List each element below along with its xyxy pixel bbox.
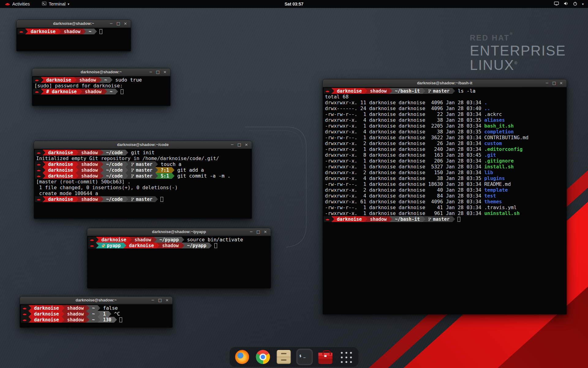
minimize-button[interactable]: − (150, 297, 156, 304)
minimize-button[interactable]: − (229, 141, 235, 148)
brand-line1: RED HAT (470, 33, 510, 42)
terminal-content[interactable]: darknoiseshadow~/codegit initInitialized… (34, 149, 252, 219)
output-line: create mode 100644 a (35, 190, 251, 196)
prompt-segment-path: ~/bash-it (392, 88, 422, 94)
output-line: drwxrwxr-x. 2 darknoise darknoise 150 Ja… (324, 170, 566, 175)
maximize-button[interactable]: □ (551, 80, 557, 86)
chrome-icon[interactable] (256, 350, 270, 364)
window-titlebar[interactable]: darknoise@shadow:~/bash-it − □ × (323, 79, 567, 87)
minimize-button[interactable]: − (544, 80, 550, 86)
close-button[interactable]: × (123, 20, 128, 27)
system-status-area[interactable]: ▾ (554, 2, 585, 7)
powerline-separator (154, 237, 156, 243)
powerline-separator (86, 317, 89, 323)
terminal-content[interactable]: darknoiseshadow~sudo true[sudo] password… (32, 76, 170, 106)
firefox-icon[interactable] (235, 350, 249, 364)
maximize-button[interactable]: □ (157, 297, 163, 304)
maximize-button[interactable]: □ (255, 228, 261, 235)
powerline-separator (41, 77, 43, 83)
output-line: 1 file changed, 0 insertions(+), 0 delet… (35, 185, 251, 190)
window-titlebar[interactable]: darknoise@shadow:~/pyapp − □ × (87, 228, 271, 236)
file-name: .travis.yml (484, 205, 517, 210)
prompt-segment-user: darknoise (45, 161, 76, 167)
minimize-button[interactable]: − (148, 69, 154, 75)
prompt-segment-hat (21, 305, 28, 311)
redhat-icon (90, 244, 94, 247)
prompt-line: darknoiseshadow~/pyappsource bin/activat… (88, 237, 270, 243)
show-apps-icon[interactable] (339, 350, 353, 364)
prompt-segment-hat (35, 150, 43, 155)
activities-button[interactable]: Activities (3, 0, 32, 8)
terminal-icon[interactable] (298, 350, 312, 364)
output-line: drwxrwxr-x. 11 darknoise darknoise 4096 … (324, 100, 566, 105)
close-button[interactable]: × (243, 141, 249, 148)
clock[interactable]: Sat 03:57 (285, 2, 303, 6)
app-menu-terminal[interactable]: Terminal ▾ (40, 0, 71, 8)
close-button[interactable]: × (262, 228, 268, 235)
terminal-content[interactable]: darknoiseshadow~/pyappsource bin/activat… (87, 236, 271, 288)
prompt-line: darknoiseshadow~sudo true (33, 77, 170, 83)
output-line: drwxrwxr-x. 8 darknoise darknoise 163 Ja… (324, 152, 566, 158)
prompt-segment-user: darknoise (334, 88, 364, 94)
minimize-button[interactable]: − (248, 228, 254, 235)
powerline-separator (98, 305, 100, 311)
file-meta: -rw-rw-r--. 1 darknoise darknoise 18630 … (324, 181, 484, 187)
terminal-window: darknoise@shadow:~/bash-it − □ × darknoi… (322, 79, 567, 315)
prompt-segment-user: darknoise (31, 311, 62, 317)
output-line: drwx------. 24 darknoise darknoise 4096 … (324, 105, 566, 111)
output-text: 1 file changed, 0 insertions(+), 0 delet… (35, 185, 178, 190)
prompt-segment-stg: S:1 (158, 173, 172, 179)
git-branch-icon (131, 174, 134, 178)
minimize-button[interactable]: − (108, 20, 114, 27)
prompt-segment-hat (324, 88, 331, 94)
file-meta: -rwxrwxr-x. 1 darknoise darknoise 961 Ja… (324, 210, 484, 216)
toolbox-icon[interactable] (318, 350, 333, 364)
files-icon[interactable] (277, 350, 291, 364)
close-button[interactable]: × (164, 297, 170, 304)
terminal-content[interactable]: darknoiseshadow~falsedarknoiseshadow~1^C… (20, 304, 172, 328)
prompt-segment-user: darknoise (43, 77, 74, 83)
window-titlebar[interactable]: darknoise@shadow:~ − □ × (32, 68, 170, 76)
output-line: total 68 (324, 94, 566, 100)
window-title: darknoise@shadow:~/code (34, 142, 252, 147)
powerline-separator (155, 196, 158, 202)
prompt-segment-host: shadow (78, 167, 100, 173)
powerline-separator (104, 89, 107, 94)
powerline-separator (389, 216, 392, 222)
prompt-segment-path: ~/pyapp (156, 237, 181, 243)
window-titlebar[interactable]: darknoise@shadow:~/code − □ × (34, 141, 252, 148)
redhat-icon (37, 163, 41, 166)
powerline-separator (96, 237, 99, 243)
powerline-separator (156, 243, 159, 248)
maximize-button[interactable]: □ (115, 20, 121, 27)
output-text: Initialized empty Git repository in /hom… (35, 155, 219, 161)
prompt-segment-path: ~/code (103, 196, 125, 202)
close-button[interactable]: × (162, 69, 168, 75)
dock (230, 347, 359, 367)
powerline-separator (126, 173, 128, 179)
terminal-cursor (458, 217, 460, 222)
powerline-separator (109, 311, 111, 317)
window-titlebar[interactable]: darknoise@shadow:~ − □ × (20, 297, 172, 304)
powerline-separator (76, 150, 78, 155)
powerline-separator (28, 317, 31, 323)
powerline-separator (110, 77, 113, 83)
redhat-icon (23, 312, 27, 315)
maximize-button[interactable]: □ (236, 141, 242, 148)
powerline-separator (100, 161, 103, 167)
prompt-segment-hat (35, 173, 43, 179)
prompt-segment-user: darknoise (45, 167, 76, 173)
terminal-content[interactable]: darknoiseshadow~ (17, 28, 131, 51)
terminal-content[interactable]: darknoiseshadow~/bash-itmasterls -latota… (323, 87, 567, 314)
prompt-segment-path: ~/code (103, 161, 125, 167)
prompt-segment-host: shadow (367, 88, 389, 94)
window-titlebar[interactable]: darknoise@shadow:~ − □ × (17, 20, 131, 27)
file-meta: -rwxrwxr-x. 1 darknoise darknoise 206 Ja… (324, 158, 484, 164)
close-button[interactable]: × (558, 80, 564, 86)
command-text: ^C (111, 311, 120, 317)
prompt-line: darknoiseshadow~/codemaster (35, 196, 251, 202)
file-name: template (484, 187, 508, 193)
maximize-button[interactable]: □ (155, 69, 161, 75)
prompt-segment-hat (324, 216, 331, 222)
command-text: git add a (175, 167, 204, 173)
